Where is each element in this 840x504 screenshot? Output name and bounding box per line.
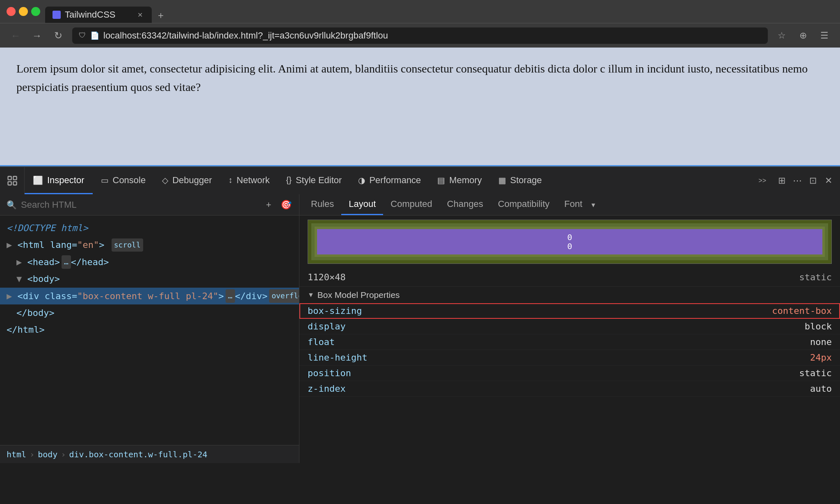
- forward-button[interactable]: →: [30, 28, 44, 43]
- share-icon[interactable]: ⊕: [796, 28, 810, 43]
- tab-console[interactable]: ▭ Console: [93, 167, 154, 194]
- back-button[interactable]: ←: [8, 28, 23, 43]
- prop-value-box-sizing: content-box: [772, 306, 832, 316]
- tree-html-open[interactable]: ▶ <html lang="en" > scroll: [0, 236, 299, 253]
- undock-button[interactable]: ⊡: [806, 173, 820, 188]
- right-tabs: Rules Layout Computed Changes Compatibil…: [299, 194, 840, 216]
- inspector-label: Inspector: [47, 175, 84, 186]
- tab-right-layout[interactable]: Layout: [341, 194, 383, 215]
- svg-rect-0: [8, 177, 11, 180]
- tree-html-close[interactable]: </html>: [0, 321, 299, 338]
- svg-rect-3: [13, 182, 16, 185]
- tree-body-close[interactable]: </body>: [0, 304, 299, 321]
- prop-name-float: float: [308, 337, 810, 347]
- page-content: Lorem ipsum dolor sit amet, consectetur …: [0, 48, 840, 166]
- debugger-icon: ◇: [162, 175, 168, 185]
- browser-window: TailwindCSS ✕ + ← → ↻ 🛡 📄 localhost:6334…: [0, 0, 840, 463]
- tab-bar: TailwindCSS ✕ +: [45, 0, 833, 23]
- breadcrumb-div[interactable]: div.box-content.w-full.pl-24: [69, 450, 207, 459]
- tree-body-open[interactable]: ▼ <body>: [0, 270, 299, 287]
- box-model-bottom-value: 0: [567, 241, 572, 251]
- tab-close-button[interactable]: ✕: [135, 10, 144, 19]
- console-label: Console: [113, 175, 146, 186]
- prop-float: float none: [299, 334, 840, 350]
- tab-inspector[interactable]: ⬜ Inspector: [25, 167, 93, 194]
- tree-head[interactable]: ▶ <head> … </head>: [0, 254, 299, 270]
- more-right-tabs-button[interactable]: ▾: [590, 194, 597, 215]
- prop-name-z-index: z-index: [308, 384, 810, 394]
- tab-right-font[interactable]: Font: [557, 194, 590, 215]
- reload-button[interactable]: ↻: [51, 28, 66, 43]
- tab-performance[interactable]: ◑ Performance: [350, 167, 429, 194]
- browser-menu-button[interactable]: ☰: [817, 28, 832, 43]
- prop-box-sizing: box-sizing content-box: [299, 303, 840, 319]
- tab-right-computed[interactable]: Computed: [383, 194, 440, 215]
- html-breadcrumb: html › body › div.box-content.w-full.pl-…: [0, 445, 299, 463]
- tab-network[interactable]: ↕ Network: [220, 167, 278, 194]
- network-label: Network: [237, 175, 270, 186]
- tab-storage[interactable]: ▦ Storage: [490, 167, 550, 194]
- responsive-design-button[interactable]: ⊞: [774, 173, 789, 188]
- more-tabs-icon: >>: [758, 177, 766, 184]
- rules-label: Rules: [311, 199, 334, 209]
- tab-debugger[interactable]: ◇ Debugger: [154, 167, 220, 194]
- minimize-button[interactable]: [19, 7, 28, 16]
- address-bar: ← → ↻ 🛡 📄 localhost:63342/tailwind-lab/i…: [0, 23, 840, 48]
- computed-label: Computed: [390, 199, 432, 209]
- prop-name-display: display: [308, 321, 805, 331]
- style-editor-label: Style Editor: [296, 175, 342, 186]
- devtools-main: 🔍 + 🎯 <!DOCTYPE html> ▶ <html lang: [0, 194, 840, 463]
- memory-icon: ▤: [437, 175, 445, 185]
- debugger-label: Debugger: [172, 175, 212, 186]
- browser-tab[interactable]: TailwindCSS ✕: [45, 7, 152, 23]
- console-icon: ▭: [101, 175, 109, 185]
- dimensions-value: 1120×48: [308, 272, 346, 282]
- page-icon: 📄: [90, 31, 99, 40]
- tree-div-selected[interactable]: ▶ <div class="box-content w-full pl-24">…: [0, 288, 299, 304]
- pick-element-button[interactable]: 🎯: [279, 198, 292, 211]
- url-text: localhost:63342/tailwind-lab/index.html?…: [103, 30, 388, 41]
- tab-right-changes[interactable]: Changes: [440, 194, 491, 215]
- compatibility-label: Compatibility: [498, 199, 550, 209]
- devtools-actions: ⊞ ⋯ ⊡ ✕: [770, 167, 840, 194]
- html-panel: 🔍 + 🎯 <!DOCTYPE html> ▶ <html lang: [0, 194, 299, 463]
- storage-label: Storage: [510, 175, 542, 186]
- tab-style-editor[interactable]: {} Style Editor: [278, 167, 350, 194]
- search-html-input[interactable]: [21, 200, 258, 210]
- inspect-element-button[interactable]: [0, 167, 25, 194]
- box-model-section-header[interactable]: ▼ Box Model Properties: [299, 287, 840, 303]
- prop-name-box-sizing: box-sizing: [308, 306, 772, 316]
- add-node-button[interactable]: +: [262, 198, 275, 211]
- html-search-bar: 🔍 + 🎯: [0, 194, 299, 216]
- traffic-lights: [7, 7, 40, 16]
- network-icon: ↕: [228, 175, 233, 185]
- url-bar[interactable]: 🛡 📄 localhost:63342/tailwind-lab/index.h…: [72, 27, 768, 44]
- tab-right-compatibility[interactable]: Compatibility: [491, 194, 557, 215]
- close-button[interactable]: [7, 7, 16, 16]
- close-devtools-button[interactable]: ✕: [821, 173, 836, 188]
- box-model-visualization: 0 0: [299, 216, 840, 268]
- overflow-menu-button[interactable]: ⋯: [790, 173, 805, 188]
- tab-memory[interactable]: ▤ Memory: [429, 167, 490, 194]
- prop-position: position static: [299, 366, 840, 381]
- devtools-toolbar: ⬜ Inspector ▭ Console ◇ Debugger ↕ Netwo…: [0, 166, 840, 194]
- bookmark-icon[interactable]: ☆: [774, 28, 789, 43]
- prop-value-z-index: auto: [810, 384, 832, 394]
- page-body-text: Lorem ipsum dolor sit amet, consectetur …: [16, 60, 824, 97]
- scroll-badge: scroll: [112, 238, 143, 252]
- svg-rect-1: [13, 177, 16, 180]
- breadcrumb-body[interactable]: body: [38, 450, 57, 459]
- section-title: Box Model Properties: [317, 290, 400, 300]
- new-tab-button[interactable]: +: [153, 8, 168, 23]
- more-tabs-button[interactable]: >>: [754, 167, 770, 194]
- box-model-content: 0 0: [317, 229, 822, 254]
- font-label: Font: [564, 199, 582, 209]
- tab-right-rules[interactable]: Rules: [304, 194, 341, 215]
- right-panel: Rules Layout Computed Changes Compatibil…: [299, 194, 840, 463]
- prop-value-display: block: [805, 321, 832, 331]
- performance-icon: ◑: [358, 175, 365, 185]
- layout-label: Layout: [349, 199, 376, 209]
- breadcrumb-html[interactable]: html: [7, 450, 26, 459]
- tab-title: TailwindCSS: [65, 9, 131, 20]
- maximize-button[interactable]: [31, 7, 40, 16]
